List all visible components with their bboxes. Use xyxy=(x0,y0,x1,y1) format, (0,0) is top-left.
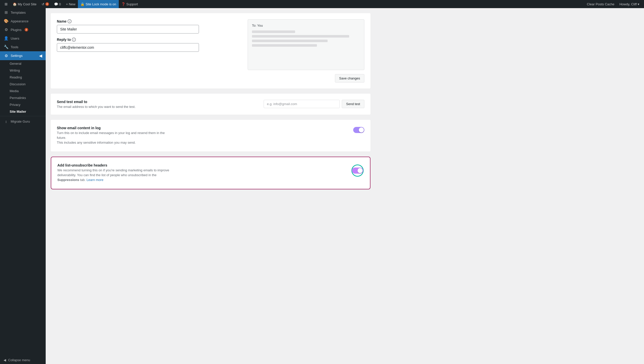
plugins-badge: 2 xyxy=(25,28,28,31)
unsubscribe-line3: Suppressions tab. Learn more xyxy=(57,178,347,182)
unsubscribe-toggle-teal-wrapper xyxy=(351,164,364,177)
unsubscribe-card: Add list-unsubscribe headers We recommen… xyxy=(51,157,370,189)
submenu-discussion[interactable]: Discussion xyxy=(0,81,46,88)
learn-more-link[interactable]: Learn more xyxy=(87,178,103,182)
wp-icon: ⊞ xyxy=(5,2,8,6)
email-preview: To: You xyxy=(248,19,364,70)
topbar: ⊞ 🏠 My Cool Site ↺ 2 💬 0 + New 🔒 Site Lo… xyxy=(0,0,644,8)
name-label: Name i xyxy=(57,19,242,23)
toggle-knob xyxy=(359,127,364,133)
sidebar-item-plugins[interactable]: ⚙ Plugins 2 xyxy=(0,25,46,34)
show-log-card: Show email content in log Turn this on t… xyxy=(51,120,370,152)
unsubscribe-title: Add list-unsubscribe headers xyxy=(57,163,347,167)
show-log-line3: This includes any sensitive information … xyxy=(57,141,349,144)
topbar-site-lock[interactable]: 🔒 Site Lock mode is on xyxy=(78,0,119,8)
send-test-input[interactable] xyxy=(264,100,340,108)
send-test-card: Send test email to The email address to … xyxy=(51,94,370,115)
topbar-comments[interactable]: 💬 0 xyxy=(52,0,63,8)
submenu-general[interactable]: General xyxy=(0,60,46,67)
users-icon: 👤 xyxy=(4,36,9,41)
migrate-icon: ↕ xyxy=(4,119,9,124)
help-icon: ❓ xyxy=(121,2,125,6)
grid-icon: ⊞ xyxy=(4,10,9,15)
name-preview-card: Name i Reply to i xyxy=(51,13,370,89)
topbar-site-name[interactable]: 🏠 My Cool Site xyxy=(10,0,39,8)
topbar-updates[interactable]: ↺ 2 xyxy=(39,0,52,8)
toggle-track xyxy=(353,127,364,133)
send-test-button[interactable]: Send test xyxy=(342,100,364,108)
refresh-icon: ↺ xyxy=(42,2,44,6)
save-changes-button[interactable]: Save changes xyxy=(335,74,364,82)
preview-line-1 xyxy=(252,30,295,33)
topbar-wp-logo[interactable]: ⊞ xyxy=(2,0,10,8)
show-log-title: Show email content in log xyxy=(57,126,349,130)
submenu-permalinks[interactable]: Permalinks xyxy=(0,94,46,101)
submenu-media[interactable]: Media xyxy=(0,88,46,94)
show-log-line2: future. xyxy=(57,136,349,140)
show-log-line1: Turn this on to include email messages i… xyxy=(57,131,349,135)
appearance-icon: 🎨 xyxy=(4,19,9,23)
topbar-clear-cache[interactable]: Clear Posts Cache xyxy=(584,2,617,6)
name-input[interactable] xyxy=(57,25,199,34)
send-test-description: The email address to which you want to s… xyxy=(57,105,260,109)
sidebar-item-templates[interactable]: ⊞ Templates xyxy=(0,8,46,17)
unsubscribe-line2: deliverability. You can find the list of… xyxy=(57,173,347,177)
unsubscribe-toggle-knob xyxy=(358,168,363,173)
sidebar-item-appearance[interactable]: 🎨 Appearance xyxy=(0,17,46,25)
topbar-howdy[interactable]: Howdy, Cliff ▾ xyxy=(617,2,642,6)
topbar-new[interactable]: + New xyxy=(63,0,78,8)
sidebar-item-users[interactable]: 👤 Users xyxy=(0,34,46,43)
settings-arrow: ◀ xyxy=(39,53,42,58)
unsubscribe-line1: We recommend turning this on if you're s… xyxy=(57,168,347,172)
preview-line-4 xyxy=(252,44,317,47)
unsubscribe-toggle[interactable] xyxy=(352,168,363,174)
sidebar-collapse-button[interactable]: ◀ Collapse menu xyxy=(0,356,46,364)
reply-info-icon[interactable]: i xyxy=(72,38,76,42)
sidebar-item-migrate-guru[interactable]: ↕ Migrate Guru xyxy=(0,117,46,126)
topbar-support[interactable]: ❓ Support xyxy=(119,0,141,8)
sidebar: ⊞ Templates 🎨 Appearance ⚙ Plugins 2 👤 U… xyxy=(0,8,46,364)
submenu-writing[interactable]: Writing xyxy=(0,67,46,74)
unsubscribe-bold: Suppressions xyxy=(57,178,79,182)
tools-icon: 🔧 xyxy=(4,45,9,49)
sidebar-item-settings[interactable]: ⚙ Settings ◀ xyxy=(0,51,46,60)
preview-line-2 xyxy=(252,35,349,38)
comment-icon: 💬 xyxy=(54,2,58,6)
settings-submenu: General Writing Reading Discussion Media… xyxy=(0,60,46,115)
submenu-site-mailer[interactable]: Site Mailer xyxy=(0,108,46,115)
lock-icon: 🔒 xyxy=(80,2,84,6)
settings-icon: ⚙ xyxy=(4,54,9,58)
reply-to-label: Reply to i xyxy=(57,38,242,42)
plugin-icon: ⚙ xyxy=(4,27,9,32)
show-log-toggle[interactable] xyxy=(353,127,364,133)
reply-to-input[interactable] xyxy=(57,43,199,52)
preview-to: To: You xyxy=(252,24,360,27)
send-test-title: Send test email to xyxy=(57,100,260,104)
preview-line-3 xyxy=(252,40,328,42)
sidebar-item-tools[interactable]: 🔧 Tools xyxy=(0,43,46,51)
unsubscribe-toggle-container xyxy=(351,163,364,177)
submenu-privacy[interactable]: Privacy xyxy=(0,101,46,108)
name-info-icon[interactable]: i xyxy=(67,19,72,23)
show-log-toggle-container xyxy=(353,126,364,133)
submenu-reading[interactable]: Reading xyxy=(0,74,46,81)
collapse-icon: ◀ xyxy=(4,358,6,362)
main-content: Name i Reply to i xyxy=(46,8,644,364)
house-icon: 🏠 xyxy=(13,2,17,6)
unsubscribe-rest: tab. xyxy=(79,178,86,182)
